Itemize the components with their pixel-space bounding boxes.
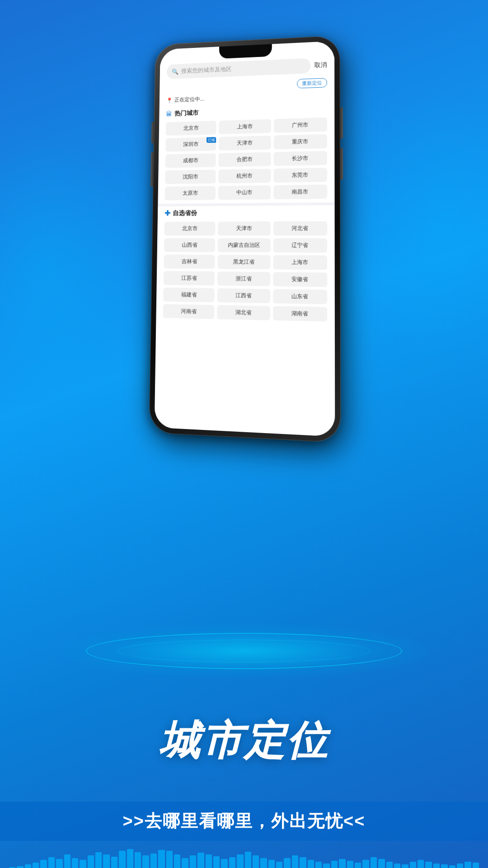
province-button[interactable]: 浙江省	[217, 272, 270, 287]
building-icon: 🏛	[166, 110, 172, 118]
search-placeholder: 搜索您的城市及地区	[181, 65, 232, 75]
province-button[interactable]: 福建省	[163, 288, 215, 302]
platform-stage	[41, 597, 447, 678]
city-button[interactable]: 上海市	[219, 119, 271, 134]
province-button[interactable]: 江西省	[217, 288, 270, 303]
city-button[interactable]: 合肥市	[219, 152, 271, 167]
wave-bar	[119, 851, 125, 868]
wave-bar	[441, 864, 447, 868]
power-button	[340, 107, 343, 139]
wave-bar	[166, 851, 173, 868]
province-button[interactable]: 辽宁省	[273, 238, 327, 253]
wave-bar	[386, 862, 393, 868]
wave-bar	[245, 852, 251, 868]
city-button[interactable]: 沈阳市	[165, 170, 216, 184]
wave-bar	[17, 866, 23, 868]
wave-bar	[56, 859, 62, 868]
volume-up-button	[340, 148, 343, 180]
city-button[interactable]: 东莞市	[273, 168, 327, 183]
wave-bar	[237, 854, 243, 868]
province-button[interactable]: 天津市	[218, 222, 270, 236]
wave-bar	[457, 863, 463, 868]
province-grid: 北京市天津市河北省山西省内蒙古自治区辽宁省吉林省黑龙江省上海市江苏省浙江省安徽省…	[156, 219, 335, 326]
wave-bar	[88, 855, 94, 868]
wave-bar	[418, 860, 424, 868]
wave-bar	[64, 854, 70, 868]
wave-bar	[315, 862, 322, 868]
volume-buttons	[150, 152, 154, 187]
city-button[interactable]: 重庆市	[273, 134, 327, 150]
city-button[interactable]: 太原市	[165, 186, 216, 200]
province-button[interactable]: 河南省	[163, 304, 215, 319]
wave-bar	[111, 857, 117, 868]
province-button[interactable]: 内蒙古自治区	[218, 238, 271, 252]
wave-bar	[284, 858, 290, 868]
wave-bar	[40, 860, 47, 868]
wave-bar	[182, 858, 188, 868]
wave-bar	[300, 857, 306, 868]
wave-bar	[25, 864, 31, 868]
wave-container	[0, 841, 488, 868]
wave-bar	[292, 855, 298, 868]
province-section: ✚ 自选省份 北京市天津市河北省山西省内蒙古自治区辽宁省吉林省黑龙江省上海市江苏…	[156, 205, 335, 326]
city-button[interactable]: 杭州市	[218, 169, 271, 183]
city-button[interactable]: 南昌市	[273, 184, 327, 199]
pin-icon: 📍	[166, 97, 173, 104]
bg-glow-left	[0, 136, 136, 407]
wave-bar	[331, 861, 338, 868]
province-button[interactable]: 上海市	[273, 255, 327, 269]
province-section-title: 自选省份	[173, 209, 197, 217]
province-button[interactable]: 安徽省	[273, 272, 327, 287]
city-button[interactable]: 深圳市已城	[165, 137, 216, 152]
wave-bar	[95, 852, 102, 868]
wave-bar	[48, 857, 55, 868]
cancel-button[interactable]: 取消	[314, 61, 327, 70]
wave-bar	[473, 863, 479, 868]
city-button[interactable]: 成都市	[165, 153, 216, 168]
wave-bar	[142, 855, 149, 868]
province-button[interactable]: 黑龙江省	[218, 255, 271, 269]
city-button[interactable]: 长沙市	[273, 151, 327, 166]
province-button[interactable]: 吉林省	[164, 255, 215, 269]
province-button[interactable]: 江苏省	[164, 271, 215, 285]
hot-cities-title: 热门城市	[174, 109, 198, 118]
city-button[interactable]: 广州市	[274, 118, 327, 133]
wave-bar	[339, 859, 345, 868]
wave-bar	[206, 854, 212, 868]
province-button[interactable]: 湖北省	[217, 305, 270, 321]
wave-bar	[33, 863, 39, 868]
province-button[interactable]: 山西省	[164, 238, 215, 252]
wave-bar	[433, 863, 440, 868]
city-button[interactable]: 天津市	[219, 136, 271, 151]
search-bar[interactable]: 🔍 搜索您的城市及地区	[167, 58, 311, 80]
wave-bar	[449, 865, 455, 868]
bg-glow-right	[352, 90, 488, 362]
wave-bar	[268, 860, 275, 868]
wave-bar	[410, 862, 416, 868]
province-button[interactable]: 河北省	[273, 221, 328, 236]
bottom-text-area: 城市定位	[0, 713, 488, 769]
relocate-button[interactable]: 重新定位	[297, 78, 327, 88]
locating-text: 正在定位中...	[174, 95, 205, 104]
wave-bar	[135, 852, 141, 868]
wave-bar	[197, 853, 204, 868]
wave-bar	[371, 857, 377, 868]
search-icon: 🔍	[172, 68, 178, 75]
province-button[interactable]: 湖南省	[273, 306, 328, 321]
hot-cities-grid: 北京市上海市广州市深圳市已城天津市重庆市成都市合肥市长沙市沈阳市杭州市东莞市太原…	[158, 115, 334, 204]
phone-mockup: 🔍 搜索您的城市及地区 取消 重新定位 📍 正在定位中... 🏛	[149, 35, 341, 443]
plus-icon: ✚	[164, 209, 170, 217]
province-button[interactable]: 北京市	[164, 222, 215, 236]
wave-bar	[276, 862, 282, 868]
wave-bar	[127, 849, 133, 868]
wave-bar	[425, 862, 432, 868]
wave-bar	[158, 850, 164, 868]
wave-bar	[347, 861, 353, 868]
city-button[interactable]: 北京市	[166, 121, 216, 136]
wave-bar	[308, 860, 314, 868]
wave-bar	[465, 862, 471, 868]
wave-bar	[150, 854, 157, 868]
city-button[interactable]: 中山市	[218, 185, 271, 200]
province-button[interactable]: 山东省	[273, 289, 327, 304]
subtitle-bar: >>去哪里看哪里，外出无忧<<	[0, 802, 488, 841]
